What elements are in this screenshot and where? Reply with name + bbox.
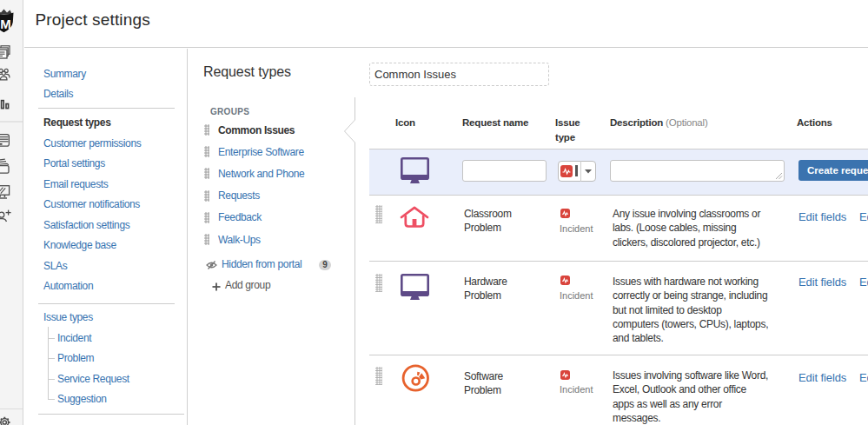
svg-text:M: M	[0, 17, 11, 31]
